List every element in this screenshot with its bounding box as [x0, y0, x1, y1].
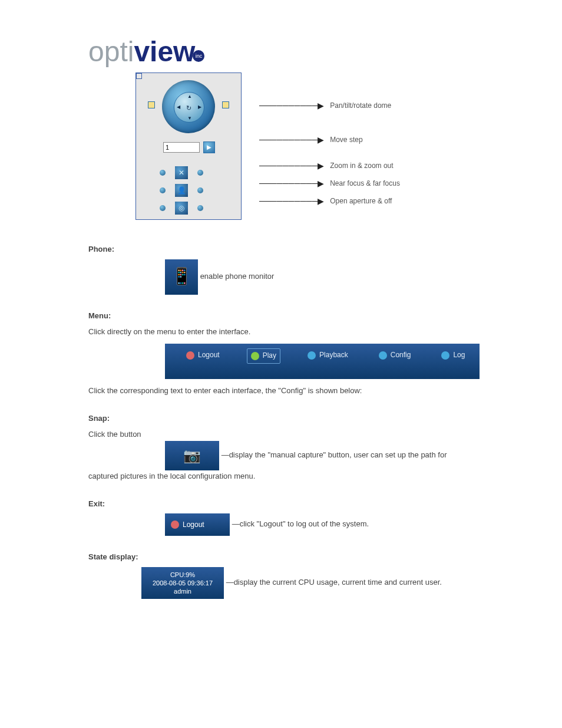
status-time: 2008-08-05 09:36:17	[153, 579, 213, 587]
tab-config[interactable]: Config	[375, 348, 415, 362]
step-go-button[interactable]: ▶	[203, 141, 215, 153]
snap-heading: Snap:	[88, 413, 480, 425]
phone-icon-label: enable phone monitor	[200, 272, 275, 281]
arrow-icon: ──────────▶	[259, 196, 324, 206]
status-cpu: CPU:9%	[170, 571, 195, 579]
focus-icon[interactable]: 👤	[175, 184, 188, 197]
tab-log-label: Log	[453, 350, 465, 361]
arrow-icon: ──────────▶	[259, 161, 324, 170]
arrow-down-icon[interactable]: ▼	[187, 116, 192, 121]
arrow-left-icon[interactable]: ◀	[177, 104, 180, 110]
logout-user-icon	[171, 521, 179, 529]
ptz-dial-inner[interactable]: ▲ ▼ ◀ ▶ ↻	[174, 92, 204, 123]
label-dial: Pan/tilt/rotate dome	[330, 101, 391, 110]
zoom-in-button[interactable]	[197, 170, 203, 176]
menu-bar: Logout Play Playback Config Log	[165, 344, 480, 379]
tab-config-label: Config	[391, 350, 411, 361]
play-icon	[251, 352, 259, 360]
phone-heading: Phone:	[88, 243, 480, 256]
logo-bold: view	[134, 36, 195, 67]
ptz-pin-right	[222, 101, 229, 108]
menu-detail: Click the corresponding text to enter ea…	[88, 385, 480, 397]
aperture-row: ◎	[160, 202, 203, 215]
tab-playback[interactable]: Playback	[304, 348, 352, 362]
ptz-step-row: ▶	[163, 141, 215, 153]
arrow-icon: ──────────▶	[259, 101, 324, 110]
snap-desc1: —display the "manual capture" button, us…	[222, 450, 447, 459]
menu-heading: Menu:	[88, 310, 480, 322]
ptz-section: ▲ ▼ ◀ ▶ ↻ ▶ ✕ 👤	[88, 73, 480, 220]
focus-near-button[interactable]	[160, 187, 166, 193]
state-heading: State display:	[88, 551, 480, 564]
zoom-row: ✕	[160, 166, 203, 179]
arrow-icon: ──────────▶	[259, 179, 324, 188]
log-icon	[441, 351, 449, 360]
menu-intro-b: directly on the menu to enter the interf…	[107, 327, 251, 336]
exit-section: Exit: Logout —click "Logout" to log out …	[88, 498, 480, 536]
tab-play-label: Play	[263, 350, 276, 361]
tab-play[interactable]: Play	[247, 348, 280, 363]
playback-icon	[308, 351, 316, 360]
logout-button[interactable]: Logout	[165, 513, 230, 536]
phone-section: Phone: 📱 enable phone monitor	[88, 243, 480, 295]
focus-far-button[interactable]	[197, 187, 203, 193]
logout-icon	[186, 351, 194, 360]
status-user: admin	[174, 587, 191, 595]
logout-desc: —click "Logout" to log out of the system…	[232, 520, 369, 529]
status-panel: CPU:9% 2008-08-05 09:36:17 admin	[141, 567, 224, 599]
aperture-off-button[interactable]	[197, 205, 203, 211]
tab-log[interactable]: Log	[438, 348, 468, 362]
status-desc: —display the current CPU usage, current …	[226, 578, 442, 587]
zoom-out-button[interactable]	[160, 170, 166, 176]
aperture-open-button[interactable]	[160, 205, 166, 211]
logo-thin: opti	[88, 36, 134, 67]
phone-icon: 📱	[165, 259, 198, 295]
brand-logo: optiviewinc	[88, 35, 480, 68]
camera-icon: 📷	[165, 441, 219, 470]
state-section: State display: CPU:9% 2008-08-05 09:36:1…	[88, 551, 480, 599]
snap-button[interactable]: 📷	[165, 441, 219, 470]
snap-section: Snap: Click the button 📷 —display the "m…	[88, 413, 480, 482]
zoom-icon[interactable]: ✕	[175, 166, 188, 179]
tab-logout-label: Logout	[198, 350, 220, 361]
label-focus: Near focus & far focus	[330, 179, 400, 187]
aperture-icon[interactable]: ◎	[175, 202, 188, 215]
label-aperture: Open aperture & off	[330, 197, 392, 205]
menu-section: Menu: Click directly on the menu to ente…	[88, 310, 480, 397]
ptz-pin-left	[148, 101, 155, 108]
rotate-icon[interactable]: ↻	[186, 104, 191, 112]
ptz-labels: ──────────▶ Pan/tilt/rotate dome ───────…	[259, 73, 480, 207]
snap-desc2: captured pictures in the local configura…	[88, 470, 480, 483]
snap-leadin: Click the button	[88, 430, 141, 439]
focus-row: 👤	[160, 184, 203, 197]
tab-playback-label: Playback	[319, 350, 348, 361]
logout-label: Logout	[183, 519, 204, 531]
arrow-icon: ──────────▶	[259, 135, 324, 144]
arrow-right-icon[interactable]: ▶	[198, 104, 201, 110]
label-zoom: Zoom in & zoom out	[330, 162, 393, 170]
exit-heading: Exit:	[88, 498, 480, 510]
label-step: Move step	[330, 136, 362, 144]
phone-icon-button[interactable]: 📱	[165, 259, 198, 295]
step-input[interactable]	[163, 142, 200, 153]
arrow-up-icon[interactable]: ▲	[187, 94, 192, 99]
tab-logout[interactable]: Logout	[183, 348, 223, 362]
menu-intro-a: Click	[88, 327, 107, 336]
ptz-panel: ▲ ▼ ◀ ▶ ↻ ▶ ✕ 👤	[135, 73, 242, 220]
config-icon	[379, 351, 387, 360]
logo-sub: inc	[193, 50, 204, 62]
